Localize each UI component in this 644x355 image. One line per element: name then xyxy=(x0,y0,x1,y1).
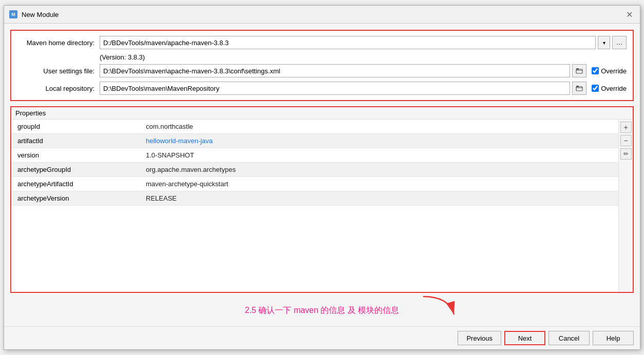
prop-value: 1.0-SNAPSHOT xyxy=(140,149,618,161)
prop-key: artifactId xyxy=(11,135,140,147)
close-button[interactable]: ✕ xyxy=(623,9,635,20)
cancel-button[interactable]: Cancel xyxy=(548,331,590,345)
dialog-icon: M xyxy=(9,10,17,18)
maven-home-input-group: ▾ … xyxy=(100,36,627,49)
table-row: archetypeVersion RELEASE xyxy=(11,191,618,206)
table-row: groupId com.northcastle xyxy=(11,120,618,134)
properties-body: groupId com.northcastle artifactId hello… xyxy=(11,120,633,292)
prop-value: org.apache.maven.archetypes xyxy=(140,164,618,175)
user-settings-input-group: Override xyxy=(100,64,627,77)
annotation-area: 2.5 确认一下 maven 的信息 及 模块的信息 xyxy=(10,298,634,320)
maven-version-hint: (Version: 3.8.3) xyxy=(17,53,627,61)
local-repo-browse-button[interactable] xyxy=(572,82,586,95)
add-property-button[interactable]: + xyxy=(620,122,632,133)
svg-rect-2 xyxy=(576,69,582,73)
local-repo-input-group: Override xyxy=(100,82,627,95)
table-row: archetypeArtifactId maven-archetype-quic… xyxy=(11,177,618,191)
local-repo-override-checkbox[interactable] xyxy=(592,85,599,92)
dialog-content: Maven home directory: ▾ … (Version: 3.8.… xyxy=(4,24,640,326)
table-row: version 1.0-SNAPSHOT xyxy=(11,148,618,163)
svg-rect-3 xyxy=(576,68,579,70)
dialog-footer: Previous Next Cancel Help xyxy=(4,326,640,349)
table-row: artifactId helloworld-maven-java xyxy=(11,134,618,148)
properties-sidebar: + − ✏ xyxy=(618,120,633,292)
maven-home-browse-button[interactable]: … xyxy=(612,36,627,49)
prop-key: version xyxy=(11,149,140,161)
maven-home-label: Maven home directory: xyxy=(17,39,100,47)
prop-key: archetypeArtifactId xyxy=(11,178,140,190)
local-repo-override-label: Override xyxy=(601,85,627,92)
arrow-container xyxy=(418,294,459,321)
new-module-dialog: M New Module ✕ Maven home directory: ▾ …… xyxy=(4,5,640,350)
next-button[interactable]: Next xyxy=(504,331,545,345)
maven-home-input[interactable] xyxy=(100,36,596,49)
user-settings-override-checkbox[interactable] xyxy=(592,67,599,74)
prop-value: RELEASE xyxy=(140,192,618,204)
user-settings-override-label: Override xyxy=(601,67,627,75)
annotation-text: 2.5 确认一下 maven 的信息 及 模块的信息 xyxy=(245,306,400,314)
svg-rect-4 xyxy=(576,87,582,91)
user-settings-row: User settings file: Override xyxy=(17,64,627,77)
properties-title: Properties xyxy=(11,107,633,120)
local-repo-override-group: Override xyxy=(592,85,627,92)
prop-value: helloworld-maven-java xyxy=(140,135,618,147)
help-button[interactable]: Help xyxy=(593,331,634,345)
maven-home-dropdown-button[interactable]: ▾ xyxy=(598,36,610,49)
table-row: archetypeGroupId org.apache.maven.archet… xyxy=(11,163,618,177)
title-bar-left: M New Module xyxy=(9,10,59,18)
maven-section: Maven home directory: ▾ … (Version: 3.8.… xyxy=(10,30,634,101)
maven-home-row: Maven home directory: ▾ … xyxy=(17,36,627,49)
user-settings-browse-button[interactable] xyxy=(572,64,586,77)
properties-section: Properties groupId com.northcastle artif… xyxy=(10,106,634,293)
edit-property-button[interactable]: ✏ xyxy=(620,148,632,160)
title-bar: M New Module ✕ xyxy=(4,6,640,24)
prop-key: archetypeVersion xyxy=(11,192,140,204)
local-repo-label: Local repository: xyxy=(17,85,100,92)
svg-rect-5 xyxy=(576,86,579,87)
prop-key: archetypeGroupId xyxy=(11,164,140,175)
remove-property-button[interactable]: − xyxy=(620,135,632,146)
previous-button[interactable]: Previous xyxy=(458,331,501,345)
local-repo-row: Local repository: Override xyxy=(17,82,627,95)
svg-text:M: M xyxy=(11,12,15,17)
user-settings-input[interactable] xyxy=(100,64,570,77)
prop-key: groupId xyxy=(11,121,140,132)
user-settings-override-group: Override xyxy=(592,67,627,75)
user-settings-label: User settings file: xyxy=(17,67,100,75)
dialog-title: New Module xyxy=(22,11,59,18)
local-repo-input[interactable] xyxy=(100,82,570,95)
prop-value: com.northcastle xyxy=(140,121,618,132)
properties-table: groupId com.northcastle artifactId hello… xyxy=(11,120,618,292)
prop-value: maven-archetype-quickstart xyxy=(140,178,618,190)
